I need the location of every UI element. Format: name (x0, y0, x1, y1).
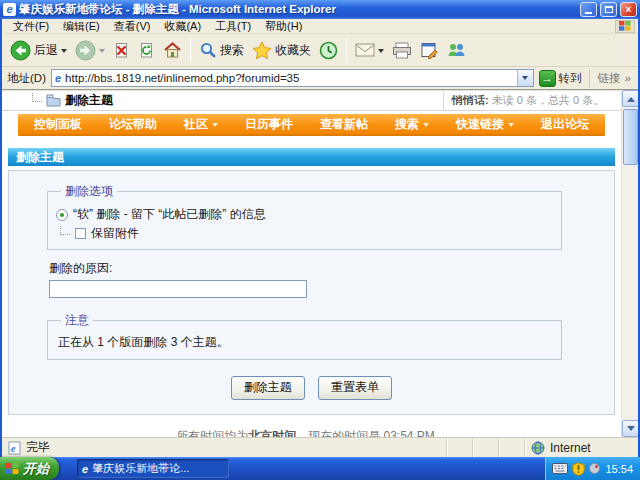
favorites-button[interactable]: 收藏夹 (249, 36, 314, 64)
forward-dropdown-icon[interactable] (99, 49, 105, 56)
chevron-down-icon (508, 123, 514, 130)
page-favicon: e (55, 72, 61, 84)
history-button[interactable] (316, 36, 341, 64)
go-button[interactable]: → 转到 (539, 70, 582, 87)
nav-control-panel[interactable]: 控制面板 (34, 116, 82, 133)
soft-delete-option[interactable]: “软” 删除 - 留下 “此帖已删除” 的信息 (56, 206, 553, 223)
print-button[interactable] (389, 36, 415, 64)
clock: 15:54 (605, 463, 633, 475)
back-dropdown-icon[interactable] (61, 49, 67, 56)
radio-selected-icon[interactable] (56, 209, 68, 221)
start-label: 开始 (23, 460, 49, 478)
delete-options-fieldset: 删除选项 “软” 删除 - 留下 “此帖已删除” 的信息 保留附件 (47, 183, 562, 250)
back-button[interactable]: 后退 (7, 36, 70, 64)
home-button[interactable] (160, 36, 185, 64)
links-label: 链接 (598, 71, 621, 86)
go-label: 转到 (559, 71, 582, 86)
private-message-info: 悄悄话: 未读 0 条，总共 0 条。 (443, 91, 621, 110)
breadcrumb-label: 删除主题 (65, 92, 113, 109)
close-button[interactable]: × (620, 2, 637, 17)
mail-button[interactable] (352, 36, 387, 64)
svg-text:e: e (11, 443, 16, 454)
breadcrumb: 删除主题 (2, 92, 443, 109)
page-top-strip: 删除主题 悄悄话: 未读 0 条，总共 0 条。 (2, 90, 621, 111)
address-url: http://bbs.1819.net/inlinemod.php?forumi… (65, 72, 299, 84)
menu-edit[interactable]: 编辑(E) (56, 19, 107, 34)
tray-app-icon[interactable] (589, 463, 600, 474)
ie-task-icon: e (82, 463, 88, 475)
status-pane (446, 438, 472, 457)
browser-window: e 肇庆娱乐新地带论坛 - 删除主题 - Microsoft Internet … (0, 0, 640, 457)
task-label: 肇庆娱乐新地带论... (92, 461, 189, 476)
nav-forum-help[interactable]: 论坛帮助 (109, 116, 157, 133)
windows-flag-icon (615, 20, 635, 33)
refresh-icon (138, 41, 155, 60)
delete-topics-button[interactable]: 删除主题 (231, 376, 305, 400)
menu-help[interactable]: 帮助(H) (258, 19, 309, 34)
toolbar-separator (190, 38, 191, 62)
topic-folder-icon (46, 94, 61, 107)
section-header: 删除主题 (8, 148, 615, 166)
minimize-button[interactable] (580, 2, 597, 17)
security-zone-pane: Internet (524, 438, 638, 457)
nav-logout[interactable]: 退出论坛 (541, 116, 589, 133)
address-input[interactable]: e http://bbs.1819.net/inlinemod.php?foru… (51, 69, 534, 87)
reason-label: 删除的原因: (49, 260, 614, 277)
toolbar-separator (346, 38, 347, 62)
desktop-screen: e 肇庆娱乐新地带论坛 - 删除主题 - Microsoft Internet … (0, 0, 640, 480)
taskbar-window-button[interactable]: e 肇庆娱乐新地带论... (77, 459, 229, 478)
internet-globe-icon (531, 441, 545, 455)
forward-button[interactable] (72, 36, 108, 64)
favorites-label: 收藏夹 (275, 42, 311, 59)
messenger-button[interactable] (444, 36, 469, 64)
zone-label: Internet (550, 441, 591, 455)
print-icon (392, 42, 412, 59)
go-arrow-icon: → (539, 70, 556, 87)
reason-input[interactable] (49, 280, 307, 298)
security-shield-icon[interactable] (572, 462, 585, 476)
messenger-icon (447, 42, 466, 58)
status-bar: e 完毕 Internet (2, 437, 638, 457)
timezone-note: 所有时间均为北京时间。现在的时间是 03:54 PM。 (2, 428, 621, 437)
links-button[interactable]: 链接 » (589, 69, 633, 88)
menu-favorites[interactable]: 收藏(A) (157, 19, 208, 34)
search-button[interactable]: 搜索 (196, 36, 247, 64)
search-label: 搜索 (220, 42, 244, 59)
chevron-down-icon (423, 123, 429, 130)
checkbox-unchecked-icon[interactable] (75, 228, 86, 239)
menu-tools[interactable]: 工具(T) (208, 19, 258, 34)
keyboard-icon[interactable] (552, 463, 568, 474)
edit-icon (420, 42, 439, 59)
reset-form-button[interactable]: 重置表单 (318, 376, 392, 400)
vertical-scrollbar[interactable] (621, 90, 638, 437)
star-icon (252, 41, 272, 60)
tree-elbow-icon (60, 226, 70, 235)
soft-delete-label: “软” 删除 - 留下 “此帖已删除” 的信息 (73, 206, 266, 223)
refresh-button[interactable] (135, 36, 158, 64)
start-button[interactable]: 开始 (0, 457, 59, 480)
address-dropdown-button[interactable] (517, 70, 533, 86)
restore-button[interactable] (600, 2, 617, 17)
nav-quick-links[interactable]: 快速链接 (456, 116, 514, 133)
notice-text: 正在从 1 个版面删除 3 个主题。 (58, 334, 553, 351)
scrollbar-thumb[interactable] (623, 109, 638, 165)
keep-attachments-label: 保留附件 (91, 225, 139, 242)
stop-button[interactable] (110, 36, 133, 64)
nav-community[interactable]: 社区 (184, 116, 218, 133)
status-text: 完毕 (26, 439, 50, 456)
forward-icon (75, 40, 96, 61)
nav-search[interactable]: 搜索 (395, 116, 429, 133)
forum-nav-bar: 控制面板 论坛帮助 社区 日历事件 查看新帖 搜索 快速链接 退出论坛 (18, 114, 605, 136)
mail-dropdown-icon[interactable] (378, 49, 384, 56)
scroll-down-button[interactable] (622, 420, 638, 437)
keep-attachments-option[interactable]: 保留附件 (60, 225, 553, 242)
scroll-up-button[interactable] (622, 90, 638, 107)
taskbar: 开始 e 肇庆娱乐新地带论... 15:54 (0, 457, 640, 480)
menu-file[interactable]: 文件(F) (6, 19, 56, 34)
title-bar[interactable]: e 肇庆娱乐新地带论坛 - 删除主题 - Microsoft Internet … (0, 0, 640, 19)
back-icon (10, 40, 31, 61)
edit-button[interactable] (417, 36, 442, 64)
nav-calendar[interactable]: 日历事件 (245, 116, 293, 133)
menu-view[interactable]: 查看(V) (107, 19, 158, 34)
nav-new-posts[interactable]: 查看新帖 (320, 116, 368, 133)
